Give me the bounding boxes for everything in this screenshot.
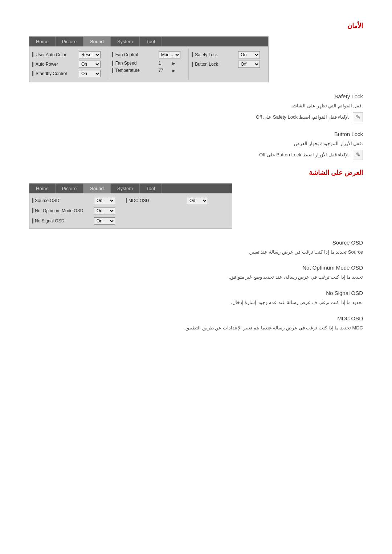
label-bar <box>192 52 193 57</box>
no-signal-osd-desc: .تحديد ما إذا كنت ترغب ف عرض رسالة عند ع… <box>29 299 363 307</box>
label-bar <box>112 61 113 66</box>
label-bar <box>192 62 193 67</box>
menu-row-user-auto-color: User Auto Color Reset <box>29 50 109 59</box>
safety-lock-desc-block: Safety Lock قفل القوائم التي تظهر على ال… <box>29 93 363 122</box>
osd-row-not-optimum: Not Optimum Mode OSD On Off <box>29 206 232 216</box>
osd-tab-home[interactable]: Home <box>29 184 56 193</box>
source-osd-desc: .تحديد ما إذا كنت ترغب في عرض رسالة عند … <box>29 249 363 256</box>
not-optimum-osd-desc-block: Not Optimum Mode OSD .تحديد ما إذا كنت ت… <box>29 264 363 281</box>
button-lock-select[interactable]: Off On <box>238 61 260 68</box>
safety-lock-pencil-icon: ✎ <box>353 112 363 122</box>
menu-row-safety-lock: Safety Lock On Off <box>189 50 268 59</box>
menu-row-temperature: Temperature 77 ▶ <box>109 67 189 74</box>
temperature-value: 77 <box>159 68 170 73</box>
osd-tab-sound[interactable]: Sound <box>83 184 111 193</box>
safety-menu-table: Home Picture Sound System Tool User Auto… <box>29 36 269 82</box>
label-bar <box>32 208 33 213</box>
osd-row-source: Source OSD On Off MDC OSD On Off <box>29 196 232 206</box>
safety-menu-body: User Auto Color Reset Auto Power <box>29 46 268 82</box>
label-bar <box>32 218 33 223</box>
fan-speed-arrow[interactable]: ▶ <box>172 61 175 65</box>
osd-tab-tool[interactable]: Tool <box>140 184 162 193</box>
osd-row-no-signal: No Signal OSD On Off <box>29 216 232 226</box>
mdc-osd-select[interactable]: On Off <box>187 197 208 204</box>
auto-power-select[interactable]: On <box>79 61 101 68</box>
not-optimum-osd-select[interactable]: On Off <box>94 207 115 214</box>
label-bar <box>32 62 33 67</box>
mdc-osd-desc: .تحديد ما إذا كنت ترغب في عرض رسالة عندم… <box>29 324 363 332</box>
button-lock-note-text: .لإلغاء قفل الأزرار اضبط Button Lock على… <box>259 152 349 157</box>
source-osd-select[interactable]: On Off <box>94 197 115 204</box>
label-bar <box>126 198 127 203</box>
label-bar <box>112 68 113 73</box>
tab-sound[interactable]: Sound <box>83 37 111 46</box>
safety-lock-title: Safety Lock <box>29 93 363 99</box>
button-lock-pencil-icon: ✎ <box>353 150 363 160</box>
osd-menu-body: Source OSD On Off MDC OSD On Off <box>29 193 232 228</box>
safety-title: الأمان <box>29 22 363 30</box>
menu-row-fan-control: Fan Control Man... <box>109 50 189 59</box>
safety-section: الأمان Home Picture Sound System Tool <box>29 22 363 160</box>
menu-row-auto-power: Auto Power On <box>29 59 109 69</box>
menu-row-fan-speed: Fan Speed 1 ▶ <box>109 59 189 67</box>
label-bar <box>32 71 33 76</box>
safety-lock-note-row: .لإلغاء قفل القوائم، اضبط Safety Lock عل… <box>29 112 363 122</box>
no-signal-osd-select[interactable]: On Off <box>94 217 115 225</box>
onscreen-section: العرض على الشاشة Home Picture Sound Syst… <box>29 169 363 332</box>
not-optimum-osd-title: Not Optimum Mode OSD <box>29 264 363 271</box>
safety-lock-desc1: قفل القوائم التي تظهر على الشاشة. <box>29 102 363 110</box>
standby-control-select[interactable]: On <box>79 70 101 77</box>
no-signal-osd-desc-block: No Signal OSD .تحديد ما إذا كنت ترغب ف ع… <box>29 290 363 307</box>
user-auto-color-select[interactable]: Reset <box>79 51 101 58</box>
mdc-osd-desc-block: MDC OSD .تحديد ما إذا كنت ترغب في عرض رس… <box>29 315 363 332</box>
label-bar <box>32 52 33 57</box>
not-optimum-osd-desc: .تحديد ما إذا كنت ترغب في عرض رسالة، عند… <box>29 274 363 281</box>
safety-lock-select[interactable]: On Off <box>238 51 260 58</box>
tab-home[interactable]: Home <box>29 37 56 46</box>
temperature-arrow[interactable]: ▶ <box>172 69 175 73</box>
osd-menu-header: Home Picture Sound System Tool <box>29 184 232 193</box>
safety-menu-header: Home Picture Sound System Tool <box>29 37 268 46</box>
tab-picture[interactable]: Picture <box>56 37 83 46</box>
label-bar <box>112 52 113 57</box>
safety-lock-note-text: .لإلغاء قفل القوائم، اضبط Safety Lock عل… <box>256 114 349 120</box>
mdc-osd-title: MDC OSD <box>29 315 363 321</box>
mdc-osd-col: MDC OSD On Off <box>126 197 208 204</box>
source-osd-title: Source OSD <box>29 239 363 246</box>
label-bar <box>32 198 33 203</box>
tab-tool[interactable]: Tool <box>140 37 162 46</box>
fan-speed-value: 1 <box>159 61 170 66</box>
button-lock-desc-block: Button Lock قفل الأزرار الموجودة بجهاز ا… <box>29 131 363 160</box>
osd-tab-system[interactable]: System <box>111 184 140 193</box>
button-lock-note-row: .لإلغاء قفل الأزرار اضبط Button Lock على… <box>29 150 363 160</box>
menu-row-button-lock: Button Lock Off On <box>189 59 268 69</box>
source-osd-desc-block: Source OSD .تحديد ما إذا كنت ترغب في عرض… <box>29 239 363 256</box>
button-lock-desc1: قفل الأزرار الموجودة بجهاز العرض. <box>29 140 363 148</box>
osd-tab-picture[interactable]: Picture <box>56 184 83 193</box>
menu-row-standby-control: Standby Control On <box>29 69 109 78</box>
onscreen-title: العرض على الشاشة <box>29 169 363 177</box>
tab-system[interactable]: System <box>111 37 140 46</box>
button-lock-title: Button Lock <box>29 131 363 137</box>
fan-control-select[interactable]: Man... <box>159 51 180 58</box>
osd-menu-table: Home Picture Sound System Tool Source OS… <box>29 183 232 229</box>
no-signal-osd-title: No Signal OSD <box>29 290 363 296</box>
